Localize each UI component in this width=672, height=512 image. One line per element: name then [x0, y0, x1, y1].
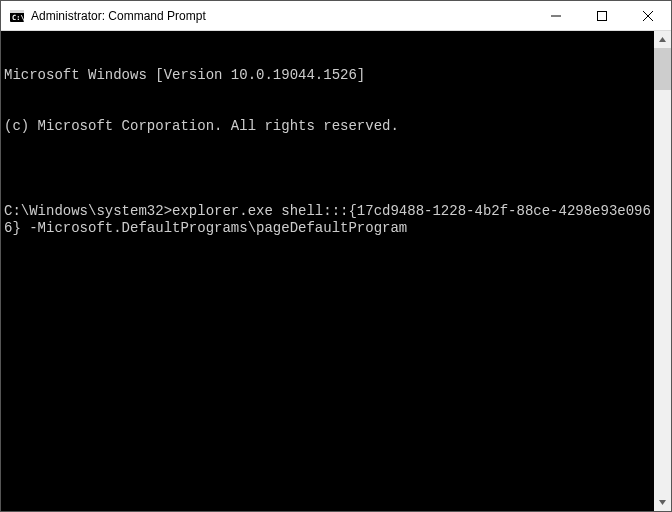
cmd-icon: C:\: [9, 8, 25, 24]
command-prompt-window: C:\ Administrator: Command Prompt Micros…: [0, 0, 672, 512]
scroll-down-button[interactable]: [654, 494, 671, 511]
terminal-line: (c) Microsoft Corporation. All rights re…: [4, 118, 651, 135]
client-area: Microsoft Windows [Version 10.0.19044.15…: [1, 31, 671, 511]
scroll-track[interactable]: [654, 48, 671, 494]
maximize-button[interactable]: [579, 1, 625, 30]
vertical-scrollbar[interactable]: [654, 31, 671, 511]
terminal-line: Microsoft Windows [Version 10.0.19044.15…: [4, 67, 651, 84]
svg-text:C:\: C:\: [12, 14, 25, 22]
terminal-output: Microsoft Windows [Version 10.0.19044.15…: [1, 31, 654, 274]
svg-marker-8: [659, 500, 666, 505]
window-controls: [533, 1, 671, 30]
svg-marker-7: [659, 37, 666, 42]
window-title: Administrator: Command Prompt: [31, 9, 206, 23]
svg-rect-1: [10, 10, 24, 13]
minimize-button[interactable]: [533, 1, 579, 30]
close-button[interactable]: [625, 1, 671, 30]
scroll-up-button[interactable]: [654, 31, 671, 48]
titlebar[interactable]: C:\ Administrator: Command Prompt: [1, 1, 671, 31]
svg-rect-4: [598, 11, 607, 20]
terminal-viewport[interactable]: Microsoft Windows [Version 10.0.19044.15…: [1, 31, 654, 511]
scroll-thumb[interactable]: [654, 48, 671, 90]
terminal-line: C:\Windows\system32>explorer.exe shell::…: [4, 203, 651, 237]
